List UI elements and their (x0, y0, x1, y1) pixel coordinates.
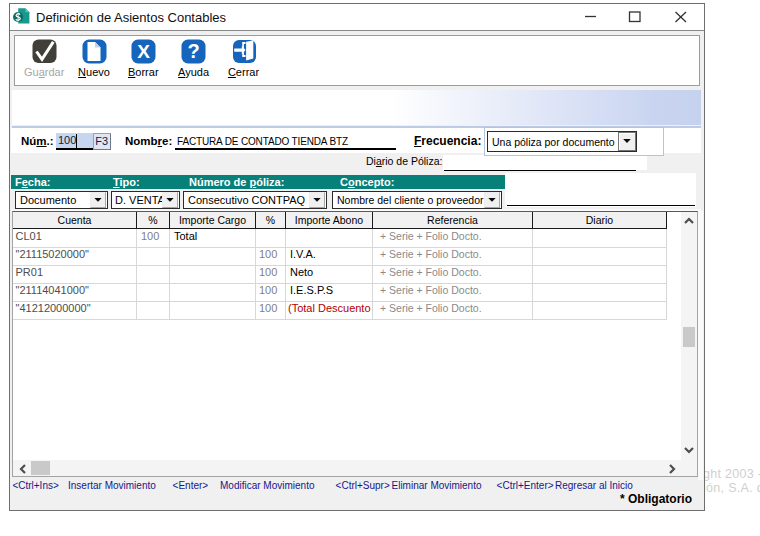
svg-text:X: X (137, 41, 150, 62)
svg-text:?: ? (188, 40, 200, 62)
